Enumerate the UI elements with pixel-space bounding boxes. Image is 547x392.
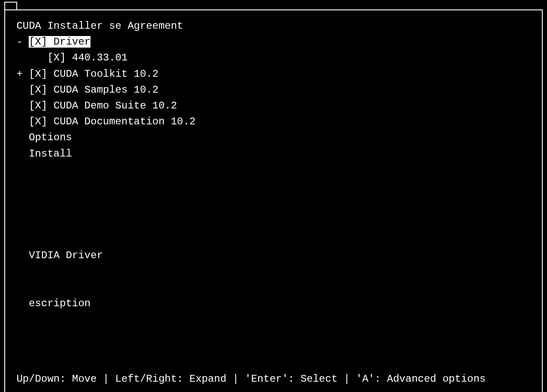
selected-item[interactable]: [X] Driver xyxy=(29,36,90,48)
install-item-row[interactable]: Options xyxy=(10,130,537,145)
description-label: escription xyxy=(10,296,537,311)
install-item-row[interactable]: [X] CUDA Samples 10.2 xyxy=(10,82,537,98)
install-item-row[interactable]: [X] CUDA Documentation 10.2 xyxy=(10,114,537,130)
install-items-list: - [X] Driver [X] 440.33.01 + [X] CUDA To… xyxy=(10,34,537,162)
info-driver-line: VIDIA Driver xyxy=(10,247,537,263)
install-item-row[interactable]: [X] 440.33.01 xyxy=(10,50,537,66)
install-item-row[interactable]: - [X] Driver xyxy=(10,34,537,50)
install-item-row[interactable]: [X] CUDA Demo Suite 10.2 xyxy=(10,98,537,114)
installer-title: CUDA Installer se Agreement xyxy=(10,18,537,34)
corner-decoration xyxy=(4,2,17,9)
install-item-row[interactable]: Install xyxy=(10,146,537,162)
footer-help: Up/Down: Move | Left/Right: Expand | 'En… xyxy=(10,371,537,387)
item-prefix: - xyxy=(10,36,29,48)
install-item-row[interactable]: + [X] CUDA Toolkit 10.2 xyxy=(10,66,537,82)
terminal-frame: CUDA Installer se Agreement - [X] Driver… xyxy=(4,9,543,392)
